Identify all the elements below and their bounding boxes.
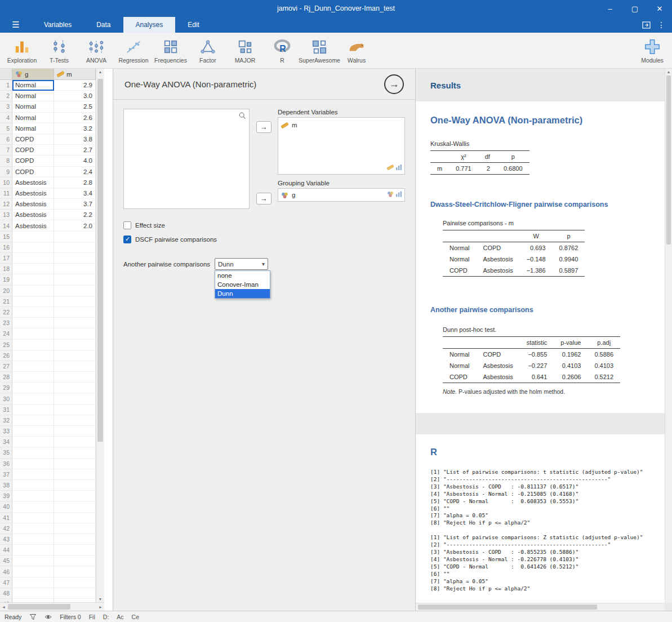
cell-m-40[interactable] [54,501,96,512]
cell-g-1[interactable]: Normal [12,80,54,91]
ribbon-item-superawesome[interactable]: SuperAwesome [301,33,338,68]
cell-g-33[interactable] [12,426,54,437]
tab-analyses[interactable]: Analyses [123,17,176,33]
cell-m-6[interactable]: 3.8 [54,134,96,145]
cell-g-8[interactable]: COPD [12,156,54,166]
row-number[interactable]: 45 [0,556,12,566]
cell-m-32[interactable] [54,415,96,426]
cell-g-16[interactable] [12,242,54,253]
cell-g-17[interactable] [12,253,54,264]
cell-m-43[interactable] [54,534,96,545]
cell-g-22[interactable] [12,307,54,318]
ribbon-item-factor[interactable]: Factor [189,33,226,68]
row-number[interactable]: 17 [0,253,12,264]
hamburger-menu-icon[interactable]: ☰ [0,17,32,33]
scroll-up-icon[interactable]: ▲ [96,70,104,74]
dropdown-option-none[interactable]: none [215,271,270,280]
cell-g-36[interactable] [12,459,54,469]
row-number[interactable]: 31 [0,405,12,415]
ribbon-item-anova[interactable]: ANOVA [78,33,115,68]
dropdown-option-dunn[interactable]: Dunn [215,289,270,298]
row-number[interactable]: 5 [0,123,12,134]
cell-m-1[interactable]: 2.9 [54,80,96,91]
dependent-variables-box[interactable]: m [278,117,405,175]
cell-g-21[interactable] [12,296,54,307]
row-number[interactable]: 10 [0,177,12,188]
cell-g-11[interactable]: Asbestosis [12,188,54,199]
cell-m-30[interactable] [54,393,96,404]
anova-results-card[interactable]: One-Way ANOVA (Non-parametric) Kruskal-W… [416,101,665,413]
variable-item-g[interactable]: g [281,190,295,200]
cell-g-38[interactable] [12,480,54,491]
row-number[interactable]: 11 [0,188,12,199]
ribbon-item-frequencies[interactable]: Frequencies [152,33,189,68]
ribbon-item-t-tests[interactable]: T-Tests [41,33,78,68]
cell-m-11[interactable]: 3.4 [54,188,96,199]
spreadsheet-horizontal-scrollbar[interactable]: ◄ ► [0,602,104,611]
cell-g-12[interactable]: Asbestosis [12,199,54,210]
cell-g-31[interactable] [12,405,54,415]
row-number[interactable]: 38 [0,480,12,491]
cell-g-3[interactable]: Normal [12,101,54,112]
cell-g-29[interactable] [12,383,54,393]
cell-g-14[interactable]: Asbestosis [12,220,54,231]
cell-m-41[interactable] [54,513,96,523]
cell-g-24[interactable] [12,328,54,339]
results-vertical-scrollbar[interactable]: ▲ [665,69,672,603]
cell-m-7[interactable]: 2.7 [54,145,96,156]
cell-m-20[interactable] [54,286,96,296]
cell-g-46[interactable] [12,566,54,577]
row-number[interactable]: 21 [0,296,12,307]
cell-g-23[interactable] [12,318,54,328]
row-number[interactable]: 22 [0,307,12,318]
cell-g-45[interactable] [12,556,54,566]
cell-g-2[interactable]: Normal [12,91,54,101]
tab-edit[interactable]: Edit [175,17,212,33]
kebab-menu-icon[interactable]: ⋮ [657,20,665,29]
cell-m-33[interactable] [54,426,96,437]
cell-m-42[interactable] [54,523,96,534]
checkbox-dscf-pairwise-comparisons[interactable]: DSCF pairwise comparisons [123,236,405,243]
cell-g-34[interactable] [12,437,54,447]
cell-m-15[interactable] [54,232,96,242]
row-number[interactable]: 47 [0,577,12,588]
scroll-down-icon[interactable]: ▼ [96,597,104,601]
cell-m-4[interactable]: 2.6 [54,113,96,123]
cell-g-43[interactable] [12,534,54,545]
scrollbar-thumb[interactable] [8,604,70,610]
cell-m-18[interactable] [54,264,96,274]
spreadsheet-vertical-scrollbar[interactable]: ▲ ▼ [96,69,104,602]
cell-m-10[interactable]: 2.8 [54,177,96,188]
cell-g-6[interactable]: COPD [12,134,54,145]
cell-m-45[interactable] [54,556,96,566]
eye-icon[interactable] [44,614,52,620]
cell-g-27[interactable] [12,361,54,372]
toggle-results-panel-icon[interactable] [642,21,651,29]
row-number[interactable]: 9 [0,167,12,177]
row-number[interactable]: 18 [0,264,12,274]
dropdown-option-conover-iman[interactable]: Conover-Iman [215,280,270,289]
cell-g-47[interactable] [12,577,54,588]
row-number[interactable]: 40 [0,501,12,512]
cell-g-48[interactable] [12,588,54,599]
row-number[interactable]: 41 [0,513,12,523]
cell-m-13[interactable]: 2.2 [54,210,96,220]
scroll-up-icon[interactable]: ▲ [665,70,672,74]
close-icon[interactable]: ✕ [647,0,672,17]
row-number[interactable]: 14 [0,220,12,231]
cell-m-48[interactable] [54,588,96,599]
column-header-m[interactable]: m [54,69,96,80]
row-number[interactable]: 30 [0,393,12,404]
cell-g-10[interactable]: Asbestosis [12,177,54,188]
row-number[interactable]: 35 [0,447,12,458]
row-number[interactable]: 37 [0,469,12,480]
grouping-variable-box[interactable]: g [278,188,405,202]
row-number[interactable]: 39 [0,491,12,501]
cell-m-5[interactable]: 3.2 [54,123,96,134]
cell-m-17[interactable] [54,253,96,264]
cell-m-36[interactable] [54,459,96,469]
row-number[interactable]: 12 [0,199,12,210]
row-number[interactable]: 25 [0,340,12,350]
cell-m-16[interactable] [54,242,96,253]
cell-g-5[interactable]: Normal [12,123,54,134]
